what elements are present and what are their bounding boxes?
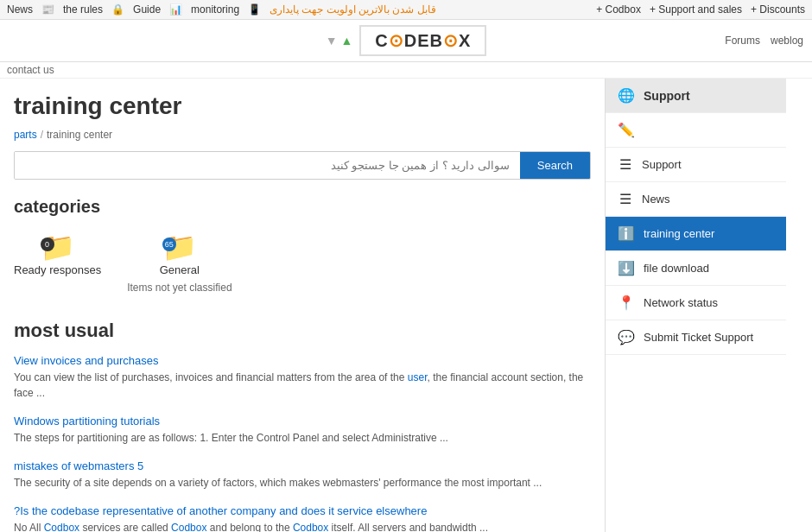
main-layout: training center parts / training center … bbox=[0, 79, 812, 532]
sidebar-item-network-status[interactable]: 📍 Network status bbox=[606, 286, 786, 320]
article-excerpt-3: No All Codbox services are called Codbox… bbox=[14, 520, 591, 532]
codbox-link[interactable]: + Codbox bbox=[596, 3, 641, 16]
rules-link[interactable]: the rules bbox=[63, 3, 103, 16]
sidebar-news-label: News bbox=[642, 193, 670, 206]
category-folder-general: 📁 65 bbox=[162, 231, 197, 258]
general-badge: 65 bbox=[162, 238, 176, 251]
arrow-down-icon: ▼ bbox=[326, 34, 338, 48]
highlight-codbox2: Codbox bbox=[171, 522, 206, 532]
category-ready-responses[interactable]: 📁 0 Ready responses bbox=[14, 231, 101, 276]
breadcrumb-parts[interactable]: parts bbox=[14, 129, 37, 141]
article-item-2: mistakes of webmasters 5 The security of… bbox=[14, 459, 591, 491]
ready-responses-label: Ready responses bbox=[14, 263, 101, 276]
logo-text-deb: DEB bbox=[404, 31, 443, 50]
article-title-0[interactable]: View invoices and purchases bbox=[14, 354, 158, 367]
article-excerpt-2: The security of a site depends on a vari… bbox=[14, 475, 591, 491]
categories-grid: 📁 0 Ready responses 📁 65 General Items n… bbox=[14, 231, 591, 294]
logo-bar: ▼ ▲ C⊙DEB⊙X Forums weblog bbox=[0, 20, 812, 62]
pencil-icon: ✏️ bbox=[618, 122, 635, 138]
info-icon: ℹ️ bbox=[618, 225, 635, 242]
article-item-1: Windows partitioning tutorials The steps… bbox=[14, 415, 591, 446]
article-title-1[interactable]: Windows partitioning tutorials bbox=[14, 415, 160, 428]
highlight-user: user bbox=[408, 371, 428, 383]
sidebar-item-pencil[interactable]: ✏️ bbox=[606, 113, 786, 148]
search-button[interactable]: Search bbox=[520, 152, 590, 179]
nav-icon-guide: 📊 bbox=[169, 3, 182, 16]
discounts-link[interactable]: + Discounts bbox=[751, 3, 805, 16]
sidebar-header-label: Support bbox=[644, 89, 690, 103]
list-icon: ☰ bbox=[618, 156, 633, 173]
breadcrumb: parts / training center bbox=[14, 129, 591, 141]
sidebar-support-label: Support bbox=[642, 158, 682, 171]
contact-text: contact us bbox=[7, 64, 54, 76]
highlight-codbox1: Codbox bbox=[44, 522, 79, 532]
article-title-3[interactable]: ?Is the codebase representative of anoth… bbox=[14, 504, 427, 517]
globe-icon: 🌐 bbox=[618, 87, 635, 104]
logo-text-x: X bbox=[459, 31, 471, 50]
news-list-icon: ☰ bbox=[618, 191, 633, 207]
logo-arrows: ▼ ▲ bbox=[326, 34, 353, 48]
sidebar-training-label: training center bbox=[644, 227, 714, 240]
search-bar: Search bbox=[14, 151, 591, 180]
categories-title: categories bbox=[14, 197, 591, 217]
article-excerpt-1: The steps for partitioning are as follow… bbox=[14, 430, 591, 446]
nav-icon-news: 📰 bbox=[41, 3, 54, 16]
top-nav-left: News 📰 the rules 🔒 Guide 📊 monitoring 📱 … bbox=[7, 3, 436, 16]
logo-right-links: Forums weblog bbox=[725, 35, 803, 47]
sidebar-download-label: file download bbox=[644, 262, 709, 275]
download-icon: ⬇️ bbox=[618, 260, 635, 276]
sidebar-header-support: 🌐 Support bbox=[606, 79, 786, 113]
general-sub: Items not yet classified bbox=[127, 282, 232, 294]
article-excerpt-0: You can view the list of purchases, invo… bbox=[14, 370, 591, 401]
general-label: General bbox=[160, 263, 200, 276]
persian-promo: قابل شدن بالاترین اولویت جهت پایداری bbox=[270, 3, 436, 16]
highlight-codbox3: Codbox bbox=[293, 522, 328, 532]
breadcrumb-current: training center bbox=[47, 129, 112, 141]
page-title: training center bbox=[14, 92, 591, 120]
nav-icon-rules: 🔒 bbox=[111, 3, 124, 16]
ticket-icon: 💬 bbox=[618, 329, 635, 345]
monitoring-link[interactable]: monitoring bbox=[191, 3, 239, 16]
nav-icon-monitoring: 📱 bbox=[248, 3, 261, 16]
site-logo[interactable]: C⊙DEB⊙X bbox=[359, 25, 486, 56]
category-general[interactable]: 📁 65 General Items not yet classified bbox=[127, 231, 232, 294]
support-sales-link[interactable]: + Support and sales bbox=[650, 3, 742, 16]
weblog-link[interactable]: weblog bbox=[771, 35, 803, 47]
logo-circle: ⊙ bbox=[389, 31, 404, 50]
sidebar-item-file-download[interactable]: ⬇️ file download bbox=[606, 251, 786, 286]
forums-link[interactable]: Forums bbox=[725, 35, 760, 47]
top-nav: News 📰 the rules 🔒 Guide 📊 monitoring 📱 … bbox=[0, 0, 812, 20]
sidebar-item-news[interactable]: ☰ News bbox=[606, 182, 786, 217]
article-title-2[interactable]: mistakes of webmasters 5 bbox=[14, 459, 143, 472]
logo-text-code: C bbox=[375, 31, 388, 50]
sidebar-ticket-label: Submit Ticket Support bbox=[644, 331, 753, 344]
ready-responses-badge: 0 bbox=[41, 238, 54, 251]
news-link[interactable]: News bbox=[7, 3, 33, 16]
category-folder-ready: 📁 0 bbox=[41, 231, 75, 258]
search-input[interactable] bbox=[15, 152, 520, 179]
breadcrumb-sep: / bbox=[41, 129, 43, 141]
guide-link[interactable]: Guide bbox=[133, 3, 161, 16]
sidebar: 🌐 Support ✏️ ☰ Support ☰ News ℹ️ trainin… bbox=[605, 79, 786, 532]
top-nav-right: + Codbox + Support and sales + Discounts bbox=[596, 3, 805, 16]
network-icon: 📍 bbox=[618, 294, 635, 311]
sidebar-item-submit-ticket[interactable]: 💬 Submit Ticket Support bbox=[606, 320, 786, 355]
most-usual-title: most usual bbox=[14, 320, 591, 342]
content-area: training center parts / training center … bbox=[0, 79, 605, 532]
article-item-0: View invoices and purchases You can view… bbox=[14, 354, 591, 401]
arrow-up-icon: ▲ bbox=[340, 34, 352, 48]
article-item-3: ?Is the codebase representative of anoth… bbox=[14, 504, 591, 532]
sidebar-item-training-center[interactable]: ℹ️ training center bbox=[606, 217, 786, 251]
contact-bar: contact us bbox=[0, 62, 812, 79]
logo-circle2: ⊙ bbox=[443, 31, 459, 50]
sidebar-item-support[interactable]: ☰ Support bbox=[606, 148, 786, 182]
sidebar-network-label: Network status bbox=[644, 296, 718, 309]
